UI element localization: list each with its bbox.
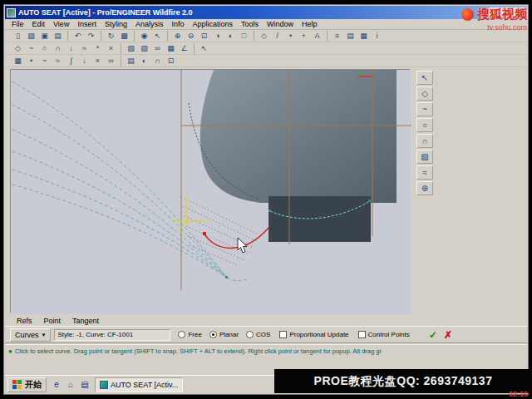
status-bar: ● Click to select curve. Drag point or t… bbox=[5, 344, 527, 357]
drop-curve-icon[interactable]: ↓ bbox=[65, 43, 77, 54]
datum-axis-icon[interactable]: / bbox=[271, 31, 283, 42]
edit-curve-icon[interactable]: * bbox=[91, 43, 104, 54]
cancel-button[interactable]: ✗ bbox=[441, 329, 456, 341]
accept-button[interactable]: ✓ bbox=[426, 329, 441, 341]
save-icon[interactable]: ▣ bbox=[38, 31, 51, 42]
shade-icon[interactable]: ◐ bbox=[224, 31, 237, 42]
zoom-in-icon[interactable]: ⊕ bbox=[171, 31, 184, 42]
create-arc-icon[interactable]: ∩ bbox=[416, 134, 433, 148]
redo-icon[interactable]: ↷ bbox=[85, 31, 97, 42]
orient-icon[interactable]: ◑ bbox=[211, 31, 224, 42]
info-icon[interactable]: i bbox=[371, 31, 383, 42]
sohu-watermark: 搜狐视频 tv.sohu.com bbox=[461, 7, 527, 32]
create-circle-icon[interactable]: ○ bbox=[416, 118, 433, 132]
quick-launch-folder-icon[interactable]: ▤ bbox=[78, 378, 91, 392]
trim-curve-icon[interactable]: × bbox=[105, 43, 117, 54]
refit-icon[interactable]: ⊡ bbox=[198, 31, 210, 42]
start-button[interactable]: 开始 bbox=[7, 377, 47, 392]
wireframe-icon[interactable]: □ bbox=[238, 31, 250, 42]
show-mesh-icon[interactable]: ▤ bbox=[125, 56, 137, 66]
undo-icon[interactable]: ↶ bbox=[71, 31, 84, 42]
seat-surface-model[interactable] bbox=[200, 70, 397, 203]
connect-icon[interactable]: ≈ bbox=[416, 165, 433, 180]
styling-context-menu: RefsPointTangent bbox=[5, 315, 527, 326]
zoom-out-icon[interactable]: ⊖ bbox=[185, 31, 197, 42]
style-curve-field[interactable]: Style: -1, Curve: CF-1001 bbox=[54, 329, 170, 341]
checkbox-control-points[interactable]: Control Points bbox=[358, 331, 410, 338]
refit-view-icon[interactable]: ⊡ bbox=[165, 56, 177, 66]
model-tree-icon[interactable]: ≡ bbox=[331, 31, 343, 42]
datum-point-icon[interactable]: • bbox=[284, 31, 297, 42]
view-manager-icon[interactable]: ▦ bbox=[357, 31, 370, 42]
analysis-icon[interactable]: ⊕ bbox=[416, 181, 433, 195]
menu-help[interactable]: Help bbox=[298, 20, 322, 28]
drop-point-icon[interactable]: ↓ bbox=[78, 56, 91, 66]
menu-view[interactable]: View bbox=[49, 20, 73, 28]
pointer-icon[interactable]: ↖ bbox=[198, 43, 210, 54]
radio-planar[interactable]: Planar bbox=[209, 331, 239, 338]
surface-connect-icon[interactable]: ∞ bbox=[151, 43, 164, 54]
print-icon[interactable]: ▤ bbox=[52, 31, 64, 42]
cos-curve-icon[interactable]: ∫ bbox=[65, 56, 77, 66]
select-arrow-icon[interactable]: ↖ bbox=[416, 71, 433, 85]
menu-analysis[interactable]: Analysis bbox=[131, 20, 168, 28]
seat-base-block[interactable] bbox=[268, 196, 371, 242]
taskbar-task-button[interactable]: AUTO SEAT [Activ... bbox=[95, 377, 183, 392]
title-bar: AUTO SEAT [Active] - Pro/ENGINEER Wildfi… bbox=[5, 6, 527, 19]
point-menu-item[interactable]: Point bbox=[39, 317, 66, 325]
create-surface-icon[interactable]: ▧ bbox=[416, 150, 433, 164]
radio-cos[interactable]: COS bbox=[246, 331, 270, 338]
grid-toggle-icon[interactable]: ▦ bbox=[12, 56, 24, 66]
menu-edit[interactable]: Edit bbox=[28, 20, 50, 28]
curvature-plot-icon[interactable]: ∩ bbox=[151, 56, 164, 66]
create-curve-icon[interactable]: ~ bbox=[416, 102, 433, 116]
menu-applications[interactable]: Applications bbox=[188, 20, 237, 28]
menu-styling[interactable]: Styling bbox=[101, 20, 131, 28]
style-point-icon[interactable]: • bbox=[25, 56, 37, 66]
shade-preview-icon[interactable]: ◐ bbox=[138, 56, 150, 66]
quick-launch-browser-icon[interactable]: e bbox=[50, 378, 63, 392]
curves-dropdown-label: Curves bbox=[15, 331, 39, 339]
curves-dropdown-button[interactable]: Curves ▼ bbox=[10, 328, 51, 342]
main-area: ↖◇~○∩▧≈⊕ bbox=[5, 67, 527, 315]
curve-connect-icon[interactable]: ∞ bbox=[105, 56, 117, 66]
surface-trim-icon[interactable]: ▨ bbox=[138, 43, 150, 54]
offset-curve-icon[interactable]: ≈ bbox=[78, 43, 91, 54]
quick-launch-desktop-icon[interactable]: ⌂ bbox=[64, 378, 77, 392]
search-icon[interactable]: ◉ bbox=[138, 31, 150, 42]
style-arc-icon[interactable]: ∩ bbox=[52, 43, 64, 54]
annotation-icon[interactable]: A bbox=[311, 31, 323, 42]
surface-icon[interactable]: ▧ bbox=[125, 43, 137, 54]
layers-icon[interactable]: ▤ bbox=[344, 31, 357, 42]
free-curve-icon[interactable]: ≈ bbox=[52, 56, 64, 66]
menu-file[interactable]: File bbox=[7, 20, 28, 28]
regenerate-icon[interactable]: ↻ bbox=[105, 31, 117, 42]
style-circle-icon[interactable]: ○ bbox=[38, 43, 51, 54]
planar-curve-icon[interactable]: ~ bbox=[38, 56, 51, 66]
active-plane-icon[interactable]: ◇ bbox=[416, 86, 433, 101]
refs-menu-item[interactable]: Refs bbox=[12, 317, 37, 325]
menu-tools[interactable]: Tools bbox=[237, 20, 263, 28]
curve-control-point[interactable] bbox=[203, 232, 206, 235]
repaint-icon[interactable]: ▩ bbox=[118, 31, 131, 42]
analysis-angle-icon[interactable]: ∠ bbox=[178, 43, 190, 54]
graphics-area[interactable] bbox=[10, 69, 411, 313]
radio-free[interactable]: Free bbox=[178, 331, 201, 338]
tangent-menu-item[interactable]: Tangent bbox=[67, 317, 104, 325]
menu-window[interactable]: Window bbox=[263, 20, 298, 28]
curve-trim-icon[interactable]: × bbox=[91, 56, 104, 66]
menu-info[interactable]: Info bbox=[167, 20, 188, 28]
task-button-label: AUTO SEAT [Activ... bbox=[111, 381, 178, 389]
datum-plane-icon[interactable]: ◇ bbox=[258, 31, 270, 42]
checkbox-box bbox=[358, 331, 366, 338]
style-curve-icon[interactable]: ~ bbox=[25, 43, 37, 54]
menu-insert[interactable]: Insert bbox=[73, 20, 101, 28]
set-active-plane-icon[interactable]: ◇ bbox=[12, 43, 24, 54]
checkbox-proportional-update[interactable]: Proportional Update bbox=[279, 331, 348, 338]
open-file-icon[interactable]: ▨ bbox=[25, 31, 37, 42]
mesh-icon[interactable]: ▦ bbox=[165, 43, 177, 54]
csys-icon[interactable]: + bbox=[298, 31, 310, 42]
new-file-icon[interactable]: ▯ bbox=[12, 31, 24, 42]
select-icon[interactable]: ↖ bbox=[151, 31, 164, 42]
window-title: AUTO SEAT [Active] - Pro/ENGINEER Wildfi… bbox=[18, 8, 489, 17]
